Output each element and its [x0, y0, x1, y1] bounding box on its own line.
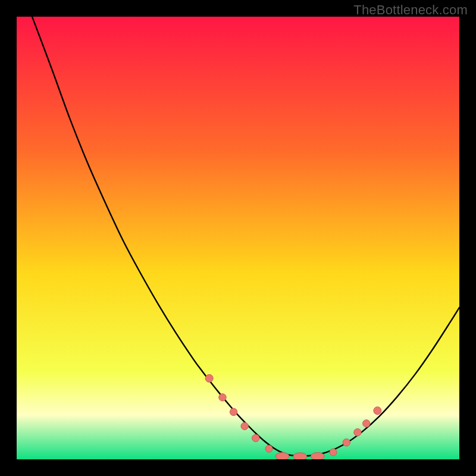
gradient-background [17, 17, 459, 459]
watermark-text: TheBottleneck.com [353, 2, 468, 18]
curve-marker [252, 434, 259, 441]
curve-marker [205, 374, 213, 382]
curve-marker [330, 449, 337, 456]
curve-marker [230, 408, 237, 415]
curve-marker [311, 452, 324, 459]
curve-marker [354, 428, 361, 436]
curve-marker [241, 422, 248, 430]
curve-marker [363, 420, 370, 427]
plot-area [17, 17, 459, 459]
curve-marker [374, 407, 381, 415]
curve-marker [275, 452, 289, 459]
curve-marker [293, 453, 307, 459]
bottleneck-chart [17, 17, 459, 459]
outer-frame: TheBottleneck.com [0, 0, 476, 476]
curve-marker [343, 439, 350, 446]
curve-marker [219, 394, 226, 401]
curve-marker [265, 445, 273, 452]
